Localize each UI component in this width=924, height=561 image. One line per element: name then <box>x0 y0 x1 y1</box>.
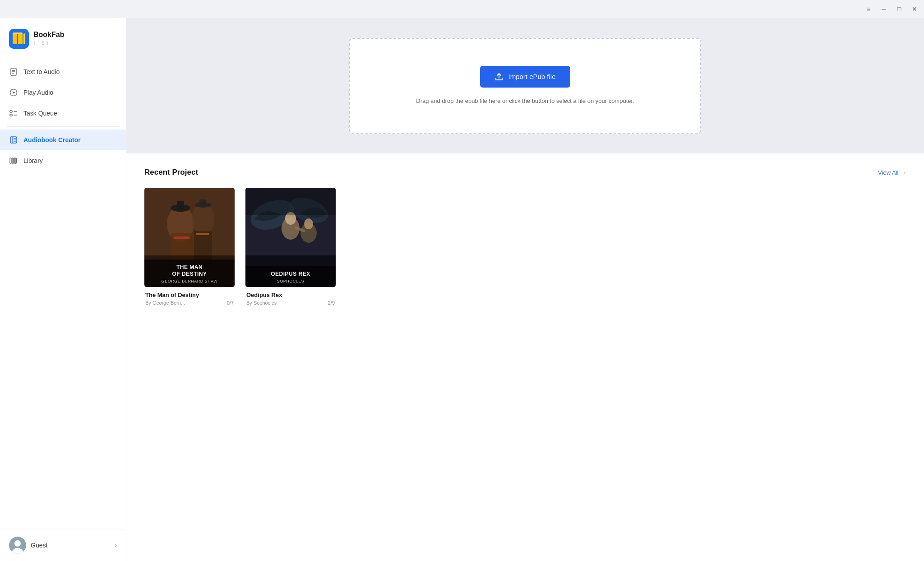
book2-cover-author: SOPHOCLES <box>251 279 330 283</box>
maximize-button[interactable]: □ <box>895 5 903 13</box>
library-icon <box>9 156 18 165</box>
main-content: Import ePub file Drag and drop the epub … <box>126 18 924 561</box>
svg-rect-34 <box>177 201 184 209</box>
drop-hint: Drag and drop the epub file here or clic… <box>416 97 634 106</box>
book2-meta: By Sophocles 2/9 <box>246 300 335 306</box>
svg-rect-23 <box>14 158 16 163</box>
minimize-button[interactable]: ─ <box>880 5 888 13</box>
svg-point-30 <box>192 204 214 235</box>
svg-rect-21 <box>10 158 11 163</box>
app-name: BookFab <box>33 31 64 39</box>
sidebar-item-task-queue-label: Task Queue <box>23 110 57 117</box>
app-name-block: BookFab 1.1.0.1 <box>33 31 64 47</box>
logo-icon <box>9 29 29 49</box>
app-logo: BookFab 1.1.0.1 <box>0 18 126 58</box>
play-circle-icon <box>9 88 18 97</box>
document-icon <box>9 67 18 76</box>
svg-rect-37 <box>174 236 189 239</box>
sidebar: BookFab 1.1.0.1 Text to Audio <box>0 18 126 561</box>
import-epub-button[interactable]: Import ePub file <box>480 66 570 88</box>
svg-marker-11 <box>13 91 15 94</box>
avatar <box>9 537 26 554</box>
user-profile[interactable]: Guest › <box>0 529 126 561</box>
book1-cover-title: THE MANOF DESTINY <box>150 264 229 278</box>
svg-rect-22 <box>12 158 14 163</box>
chevron-right-icon: › <box>115 542 117 549</box>
book-cover-man-of-destiny: THE MANOF DESTINY GEORGE BERNARD SHAW <box>144 188 235 287</box>
book1-title: The Man of Destiny <box>145 292 234 298</box>
svg-rect-12 <box>10 111 12 112</box>
svg-rect-50 <box>245 188 336 215</box>
book2-progress: 2/9 <box>328 300 335 306</box>
recent-section: Recent Project View All → <box>126 153 924 561</box>
book2-author: By Sophocles <box>246 300 277 306</box>
drop-zone[interactable]: Import ePub file Drag and drop the epub … <box>349 38 701 134</box>
svg-rect-38 <box>196 233 209 235</box>
book1-info: The Man of Destiny By George Bern... 0/7 <box>144 292 235 306</box>
sidebar-item-text-to-audio-label: Text to Audio <box>23 68 60 75</box>
books-grid: THE MANOF DESTINY GEORGE BERNARD SHAW Th… <box>144 188 906 306</box>
titlebar: ≡ ─ □ ✕ <box>0 0 924 18</box>
book2-info: Oedipus Rex By Sophocles 2/9 <box>245 292 336 306</box>
sidebar-item-audiobook-creator-label: Audiobook Creator <box>23 136 81 144</box>
book-cover-oedipus-rex: OEDIPUS REX SOPHOCLES <box>245 188 336 287</box>
sidebar-item-text-to-audio[interactable]: Text to Audio <box>0 61 126 82</box>
close-button[interactable]: ✕ <box>910 5 919 13</box>
view-all-link[interactable]: View All → <box>878 169 906 176</box>
recent-header: Recent Project View All → <box>144 168 906 177</box>
sidebar-item-audiobook-creator[interactable]: Audiobook Creator <box>0 130 126 150</box>
sidebar-divider <box>7 126 119 127</box>
sidebar-item-library[interactable]: Library <box>0 150 126 171</box>
import-section: Import ePub file Drag and drop the epub … <box>126 18 924 153</box>
sidebar-item-play-audio-label: Play Audio <box>23 89 53 96</box>
app-version: 1.1.0.1 <box>33 41 49 46</box>
svg-rect-24 <box>16 158 17 163</box>
svg-rect-1 <box>13 33 17 44</box>
book2-title: Oedipus Rex <box>246 292 335 298</box>
svg-rect-13 <box>10 114 12 116</box>
import-icon <box>494 72 504 81</box>
book-card-oedipus-rex[interactable]: OEDIPUS REX SOPHOCLES Oedipus Rex By Sop… <box>245 188 336 306</box>
book1-progress: 0/7 <box>227 300 234 306</box>
book1-meta: By George Bern... 0/7 <box>145 300 234 306</box>
book-card-man-of-destiny[interactable]: THE MANOF DESTINY GEORGE BERNARD SHAW Th… <box>144 188 235 306</box>
sidebar-nav: Text to Audio Play Audio <box>0 58 126 175</box>
sidebar-item-play-audio[interactable]: Play Audio <box>0 82 126 103</box>
svg-point-26 <box>14 540 21 547</box>
menu-button[interactable]: ≡ <box>864 5 873 13</box>
svg-rect-4 <box>13 32 17 34</box>
svg-point-47 <box>304 218 313 229</box>
book1-overlay: THE MANOF DESTINY GEORGE BERNARD SHAW <box>144 260 235 287</box>
book1-cover-author: GEORGE BERNARD SHAW <box>150 279 229 283</box>
book-icon <box>9 135 18 144</box>
list-icon <box>9 109 18 118</box>
user-name: Guest <box>31 542 110 549</box>
book1-author: By George Bern... <box>145 300 185 306</box>
svg-rect-2 <box>18 33 23 44</box>
book2-overlay: OEDIPUS REX SOPHOCLES <box>245 266 336 287</box>
recent-title: Recent Project <box>144 168 198 177</box>
svg-rect-5 <box>23 33 25 44</box>
svg-rect-36 <box>199 199 206 206</box>
sidebar-item-library-label: Library <box>23 157 43 164</box>
book2-cover-title: OEDIPUS REX <box>251 271 330 278</box>
sidebar-item-task-queue[interactable]: Task Queue <box>0 103 126 124</box>
